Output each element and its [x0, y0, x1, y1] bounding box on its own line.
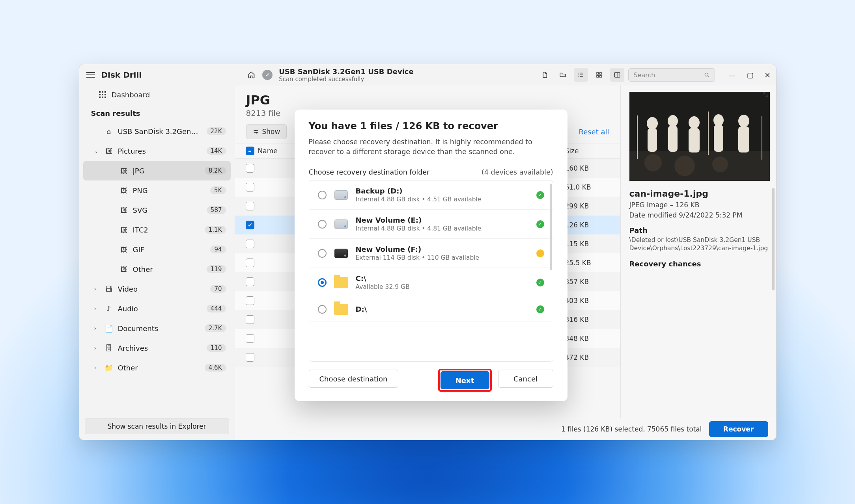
- row-checkbox[interactable]: [246, 221, 254, 229]
- preview-panel: can-image-1.jpg JPEG Image – 126 KB Date…: [620, 86, 776, 418]
- chevron-right-icon[interactable]: ›: [94, 325, 100, 331]
- destination-radio[interactable]: [318, 305, 327, 314]
- popout-icon[interactable]: [759, 89, 772, 100]
- section-icon: ♪: [105, 305, 113, 313]
- sidebar-item-itc2[interactable]: 🖼 ITC2 1.1K: [83, 220, 231, 240]
- usb-icon: ⌂: [105, 127, 113, 136]
- cancel-button[interactable]: Cancel: [498, 370, 553, 388]
- svg-point-2: [579, 74, 579, 75]
- count-badge: 8.2K: [205, 167, 226, 175]
- row-checkbox[interactable]: [246, 277, 254, 286]
- chevron-right-icon[interactable]: ›: [94, 365, 100, 371]
- image-icon: 🖼: [119, 245, 128, 254]
- select-all-checkbox[interactable]: –: [246, 147, 254, 155]
- svg-rect-21: [648, 128, 657, 152]
- sidebar-item-video[interactable]: › 🎞 Video 70: [83, 279, 231, 299]
- sidebar-item-other[interactable]: › 📁 Other 4.6K: [83, 358, 231, 378]
- warning-icon: !: [536, 249, 544, 257]
- sidebar-label: Documents: [118, 324, 200, 333]
- svg-point-24: [689, 116, 700, 129]
- col-size[interactable]: Size: [565, 147, 612, 155]
- show-filter-button[interactable]: Show: [246, 124, 287, 139]
- preview-modified: Date modified 9/24/2022 5:32 PM: [629, 211, 769, 219]
- reset-all-link[interactable]: Reset all: [579, 128, 609, 136]
- ok-icon: ✓: [536, 279, 544, 286]
- home-icon[interactable]: [244, 68, 258, 82]
- svg-point-12: [705, 73, 708, 76]
- desktop-wallpaper: Disk Drill USB SanDisk 3.2Gen1 USB Devic…: [0, 0, 855, 504]
- destination-option[interactable]: D:\ ✓: [309, 297, 553, 322]
- folder-icon[interactable]: [556, 68, 570, 82]
- next-button[interactable]: Next: [441, 371, 489, 389]
- sidebar-item-svg[interactable]: 🖼 SVG 587: [83, 200, 231, 220]
- row-checkbox[interactable]: [246, 183, 254, 192]
- sidebar-item-jpg[interactable]: 🖼 JPG 8.2K: [83, 161, 231, 180]
- app-window: Disk Drill USB SanDisk 3.2Gen1 USB Devic…: [79, 64, 777, 440]
- panel-toggle-icon[interactable]: [610, 68, 624, 82]
- file-icon[interactable]: [538, 68, 552, 82]
- sidebar-item-audio[interactable]: › ♪ Audio 444: [83, 299, 231, 318]
- chevron-right-icon[interactable]: ›: [94, 345, 100, 351]
- recover-button[interactable]: Recover: [709, 421, 768, 437]
- page-title: JPG: [246, 93, 609, 108]
- count-badge: 2.7K: [205, 324, 226, 332]
- list-view-icon[interactable]: [574, 68, 588, 82]
- chevron-right-icon[interactable]: ›: [94, 286, 100, 292]
- destination-radio[interactable]: [318, 278, 327, 287]
- svg-point-17: [256, 132, 257, 133]
- recovery-dialog-overlay: You have 1 files / 126 KB to recover Ple…: [295, 110, 568, 401]
- sidebar-tree: ⌂ USB SanDisk 3.2Gen1 U... 22K ⌄ 🖼 Pictu…: [79, 121, 235, 381]
- scan-results-heading: Scan results: [87, 104, 227, 121]
- row-checkbox[interactable]: [246, 315, 254, 324]
- status-bar: 1 files (126 KB) selected, 75065 files t…: [235, 418, 776, 440]
- chevron-right-icon[interactable]: ›: [94, 305, 100, 312]
- preview-thumbnail[interactable]: [629, 92, 770, 181]
- destination-radio[interactable]: [318, 191, 327, 199]
- destination-radio[interactable]: [318, 220, 327, 229]
- status-ok-icon: [262, 70, 273, 80]
- row-checkbox[interactable]: [246, 334, 254, 343]
- destination-option[interactable]: New Volume (E:) Internal 4.88 GB disk • …: [309, 210, 553, 239]
- chevron-down-icon[interactable]: ⌄: [94, 148, 100, 154]
- row-checkbox[interactable]: [246, 202, 254, 210]
- hamburger-icon[interactable]: [86, 72, 95, 78]
- search-input[interactable]: Search: [628, 68, 715, 82]
- grid-view-icon[interactable]: [592, 68, 606, 82]
- row-checkbox[interactable]: [246, 259, 254, 267]
- svg-line-13: [708, 76, 709, 77]
- sidebar-item-png[interactable]: 🖼 PNG 5K: [83, 180, 231, 200]
- row-size: 299 KB: [565, 202, 612, 210]
- close-button[interactable]: ✕: [764, 71, 770, 79]
- destination-option[interactable]: Backup (D:) Internal 4.88 GB disk • 4.51…: [309, 180, 553, 210]
- row-checkbox[interactable]: [246, 296, 254, 305]
- sidebar-item-documents[interactable]: › 📄 Documents 2.7K: [83, 318, 231, 338]
- preview-scrollbar[interactable]: [772, 188, 775, 290]
- sidebar-label: Other: [118, 364, 200, 372]
- maximize-button[interactable]: ▢: [747, 71, 753, 79]
- preview-type: JPEG Image – 126 KB: [629, 201, 769, 209]
- destination-option[interactable]: New Volume (F:) External 114 GB disk • 1…: [309, 239, 553, 268]
- nav-dashboard[interactable]: Dashboard: [87, 86, 227, 104]
- svg-point-4: [579, 76, 579, 77]
- row-checkbox[interactable]: [246, 240, 254, 248]
- sidebar-item-gif[interactable]: 🖼 GIF 94: [83, 240, 231, 259]
- sidebar-item-archives[interactable]: › 🗄 Archives 110: [83, 338, 231, 358]
- sidebar-label: PNG: [133, 186, 206, 195]
- dashboard-label: Dashboard: [112, 91, 150, 99]
- image-icon: 🖼: [119, 167, 128, 175]
- choose-destination-button[interactable]: Choose destination: [309, 370, 398, 388]
- ok-icon: ✓: [536, 305, 544, 313]
- svg-rect-7: [600, 73, 602, 74]
- svg-rect-25: [689, 128, 700, 153]
- show-in-explorer-button[interactable]: Show scan results in Explorer: [85, 418, 229, 434]
- row-checkbox[interactable]: [246, 353, 254, 362]
- sidebar-device[interactable]: ⌂ USB SanDisk 3.2Gen1 U... 22K: [83, 121, 231, 141]
- row-checkbox[interactable]: [246, 164, 254, 173]
- sidebar-item-other[interactable]: 🖼 Other 119: [83, 259, 231, 279]
- sidebar-pictures[interactable]: ⌄ 🖼 Pictures 14K: [83, 141, 231, 161]
- row-size: 348 KB: [565, 335, 612, 342]
- destination-scrollbar[interactable]: [550, 184, 552, 270]
- destination-radio[interactable]: [318, 249, 327, 258]
- destination-option[interactable]: C:\ Available 32.9 GB✓: [309, 268, 553, 297]
- minimize-button[interactable]: —: [728, 71, 736, 79]
